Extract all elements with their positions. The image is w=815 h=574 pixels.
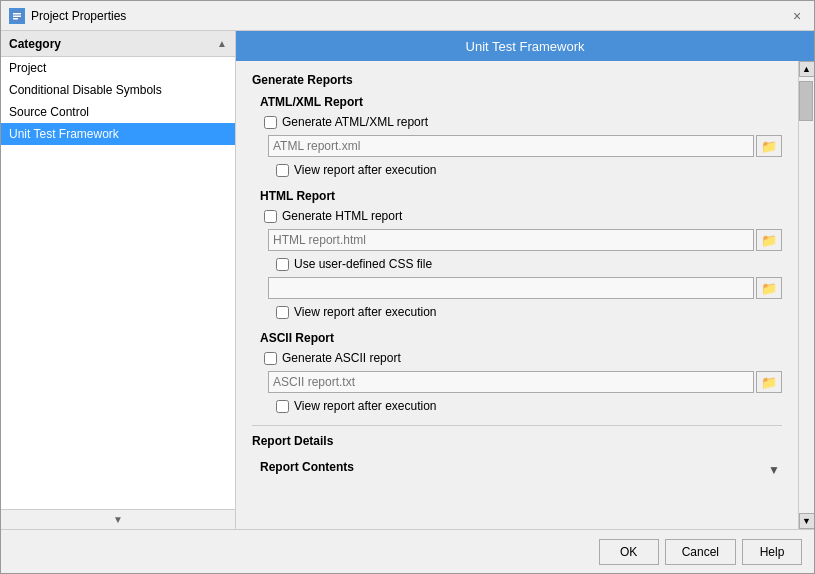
- ascii-folder-button[interactable]: 📁: [756, 371, 782, 393]
- css-folder-button[interactable]: 📁: [756, 277, 782, 299]
- atml-checkbox-row: Generate ATML/XML report: [260, 115, 782, 129]
- css-checkbox-row: Use user-defined CSS file: [260, 257, 782, 271]
- sidebar-item-unit-test[interactable]: Unit Test Framework: [1, 123, 235, 145]
- html-input-row: 📁: [260, 229, 782, 251]
- ascii-file-input[interactable]: [268, 371, 754, 393]
- report-details-section: Report Details Report Contents ▼: [252, 434, 782, 480]
- html-checkbox-row: Generate HTML report: [260, 209, 782, 223]
- atml-file-input[interactable]: [268, 135, 754, 157]
- html-file-input[interactable]: [268, 229, 754, 251]
- css-checkbox[interactable]: [276, 258, 289, 271]
- scrollbar: ▲ ▼: [798, 61, 814, 529]
- atml-title: ATML/XML Report: [260, 95, 782, 109]
- report-contents-toggle[interactable]: ▼: [766, 462, 782, 478]
- scroll-up-arrow[interactable]: ▲: [799, 61, 815, 77]
- ascii-view-report-label: View report after execution: [294, 399, 437, 413]
- cancel-button[interactable]: Cancel: [665, 539, 736, 565]
- report-contents-row: Report Contents ▼: [252, 456, 782, 480]
- atml-folder-button[interactable]: 📁: [756, 135, 782, 157]
- svg-rect-3: [13, 18, 18, 20]
- dialog-footer: OK Cancel Help: [1, 529, 814, 573]
- app-icon: [9, 8, 25, 24]
- sidebar-scroll-down[interactable]: ▼: [113, 514, 123, 525]
- content-header: Unit Test Framework: [236, 31, 814, 61]
- css-file-input[interactable]: [268, 277, 754, 299]
- html-view-report-label: View report after execution: [294, 305, 437, 319]
- svg-rect-2: [13, 15, 21, 17]
- ascii-view-report-checkbox[interactable]: [276, 400, 289, 413]
- css-checkbox-label: Use user-defined CSS file: [294, 257, 432, 271]
- atml-view-report-label: View report after execution: [294, 163, 437, 177]
- css-input-row: 📁: [260, 277, 782, 299]
- project-properties-dialog: Project Properties × Category ▲ Project …: [0, 0, 815, 574]
- close-button[interactable]: ×: [788, 7, 806, 25]
- html-view-report-checkbox[interactable]: [276, 306, 289, 319]
- content-main: Generate Reports ATML/XML Report Generat…: [236, 61, 814, 529]
- atml-checkbox-label: Generate ATML/XML report: [282, 115, 428, 129]
- ascii-input-row: 📁: [260, 371, 782, 393]
- html-title: HTML Report: [260, 189, 782, 203]
- ascii-title: ASCII Report: [260, 331, 782, 345]
- html-checkbox-label: Generate HTML report: [282, 209, 402, 223]
- atml-input-row: 📁: [260, 135, 782, 157]
- html-folder-button[interactable]: 📁: [756, 229, 782, 251]
- sidebar-scroll-up[interactable]: ▲: [217, 38, 227, 49]
- section-divider: [252, 425, 782, 426]
- html-section: HTML Report Generate HTML report 📁 Use u…: [252, 189, 782, 319]
- atml-section: ATML/XML Report Generate ATML/XML report…: [252, 95, 782, 177]
- sidebar-item-source-control[interactable]: Source Control: [1, 101, 235, 123]
- title-bar: Project Properties ×: [1, 1, 814, 31]
- report-contents-label: Report Contents: [260, 460, 354, 474]
- report-details-title: Report Details: [252, 434, 782, 448]
- html-view-report-row: View report after execution: [260, 305, 782, 319]
- ascii-checkbox-row: Generate ASCII report: [260, 351, 782, 365]
- sidebar-item-conditional[interactable]: Conditional Disable Symbols: [1, 79, 235, 101]
- ascii-checkbox-label: Generate ASCII report: [282, 351, 401, 365]
- html-generate-checkbox[interactable]: [264, 210, 277, 223]
- atml-view-report-checkbox[interactable]: [276, 164, 289, 177]
- title-bar-left: Project Properties: [9, 8, 126, 24]
- sidebar-scroll-bottom: ▼: [1, 509, 235, 529]
- dialog-body: Category ▲ Project Conditional Disable S…: [1, 31, 814, 529]
- scroll-down-arrow[interactable]: ▼: [799, 513, 815, 529]
- sidebar: Category ▲ Project Conditional Disable S…: [1, 31, 236, 529]
- ascii-generate-checkbox[interactable]: [264, 352, 277, 365]
- generate-reports-title: Generate Reports: [252, 73, 782, 87]
- ascii-view-report-row: View report after execution: [260, 399, 782, 413]
- content-scroll: Generate Reports ATML/XML Report Generat…: [236, 61, 798, 529]
- dialog-title: Project Properties: [31, 9, 126, 23]
- sidebar-header: Category ▲: [1, 31, 235, 57]
- ascii-section: ASCII Report Generate ASCII report 📁 Vie…: [252, 331, 782, 413]
- ok-button[interactable]: OK: [599, 539, 659, 565]
- scroll-thumb[interactable]: [799, 81, 813, 121]
- sidebar-item-project[interactable]: Project: [1, 57, 235, 79]
- help-button[interactable]: Help: [742, 539, 802, 565]
- atml-view-report-row: View report after execution: [260, 163, 782, 177]
- content-area: Unit Test Framework Generate Reports ATM…: [236, 31, 814, 529]
- sidebar-header-label: Category: [9, 37, 61, 51]
- svg-rect-1: [13, 13, 21, 15]
- atml-generate-checkbox[interactable]: [264, 116, 277, 129]
- sidebar-items: Project Conditional Disable Symbols Sour…: [1, 57, 235, 509]
